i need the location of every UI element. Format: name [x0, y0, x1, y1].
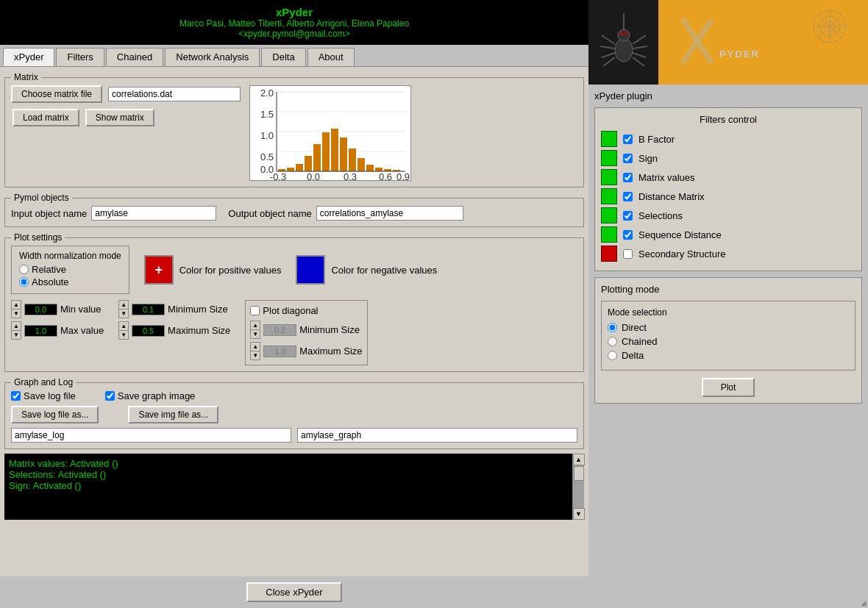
svg-rect-13 — [305, 156, 312, 171]
svg-rect-12 — [296, 164, 303, 171]
console-output: Matrix values: Activated () Selections: … — [4, 454, 572, 520]
filter-distance-matrix-checkbox[interactable] — [623, 192, 633, 201]
plotting-mode-title: Plotting mode — [601, 284, 855, 295]
max-value-down[interactable]: ▼ — [12, 331, 21, 339]
max-size-1-down[interactable]: ▼ — [119, 331, 128, 339]
min-value-input[interactable] — [24, 304, 57, 315]
negative-color-group: Color for negative values — [296, 255, 437, 285]
min-size-1-input[interactable] — [132, 304, 165, 315]
svg-rect-17 — [340, 137, 347, 171]
save-log-label: Save log file — [24, 390, 76, 401]
svg-line-36 — [600, 46, 615, 49]
resize-area: ◢ — [588, 409, 868, 608]
filter-secondary-structure-color — [601, 246, 617, 262]
max-value-input[interactable] — [24, 325, 57, 337]
save-log-button[interactable]: Save log file as... — [11, 406, 99, 423]
svg-rect-18 — [349, 149, 356, 171]
save-graph-checkbox[interactable] — [105, 391, 115, 401]
mode-chained-radio[interactable] — [608, 337, 617, 346]
load-matrix-button[interactable]: Load matrix — [13, 109, 79, 126]
show-matrix-button[interactable]: Show matrix — [85, 109, 154, 126]
output-object-input[interactable] — [316, 206, 463, 221]
scrollbar-down-btn[interactable]: ▼ — [573, 508, 585, 520]
svg-text:2.0: 2.0 — [260, 87, 274, 99]
save-img-button[interactable]: Save img file as... — [128, 406, 218, 423]
min-size-1-label: Minimum Size — [168, 304, 228, 315]
max-size-1-input[interactable] — [132, 325, 165, 337]
filter-sign: Sign — [601, 150, 855, 166]
max-size-2-label: Maximum Size — [299, 346, 362, 357]
tab-xpyder[interactable]: xPyder — [3, 48, 54, 66]
scrollbar-thumb[interactable] — [574, 466, 584, 481]
resize-corner[interactable]: ◢ — [861, 598, 867, 607]
logo-area: PYDER — [588, 0, 868, 85]
scrollbar-up-btn[interactable]: ▲ — [573, 454, 585, 465]
value-spinners: ▲ ▼ Min value ▲ ▼ Max v — [11, 300, 104, 340]
filter-sequence-distance: Sequence Distance — [601, 226, 855, 243]
min-size-1-up[interactable]: ▲ — [119, 301, 128, 310]
mode-chained-row: Chained — [608, 336, 849, 347]
filename-row — [11, 428, 577, 443]
graph-filename-input[interactable] — [297, 428, 577, 443]
size-spinners-2: ▲ ▼ Minimum Size ▲ ▼ — [250, 321, 362, 360]
min-size-2-down[interactable]: ▼ — [251, 330, 260, 338]
min-value-up[interactable]: ▲ — [12, 301, 21, 310]
svg-line-37 — [602, 53, 615, 57]
choose-matrix-button[interactable]: Choose matrix file — [11, 85, 102, 103]
max-size-2-down[interactable]: ▼ — [251, 351, 260, 360]
plot-settings-label: Plot settings — [11, 232, 65, 243]
max-size-2-up[interactable]: ▲ — [251, 343, 260, 351]
relative-radio[interactable] — [19, 265, 29, 274]
min-value-ctrl: ▲ ▼ — [11, 300, 21, 318]
left-panel: xPyder Marco Pasi, Matteo Tiberti, Alber… — [0, 0, 588, 608]
width-norm-title: Width normalization mode — [19, 251, 121, 261]
filter-selections-checkbox[interactable] — [623, 211, 633, 221]
console-line-1: Matrix values: Activated () — [9, 458, 568, 469]
max-size-1-ctrl: ▲ ▼ — [118, 321, 129, 340]
save-log-checkbox[interactable] — [11, 391, 21, 401]
max-value-up[interactable]: ▲ — [12, 322, 21, 331]
close-button[interactable]: Close xPyder — [246, 582, 341, 602]
right-panel: PYDER x — [588, 0, 868, 608]
matrix-file-input[interactable] — [108, 87, 241, 101]
filter-matrix-values-checkbox[interactable] — [623, 173, 633, 182]
mode-direct-radio[interactable] — [608, 323, 617, 332]
min-size-1-down[interactable]: ▼ — [119, 310, 128, 318]
mode-direct-label: Direct — [622, 322, 647, 333]
svg-rect-14 — [313, 144, 321, 171]
min-size-2-up[interactable]: ▲ — [251, 321, 260, 330]
mode-delta-radio[interactable] — [608, 351, 617, 360]
max-size-1-up[interactable]: ▲ — [119, 322, 128, 331]
tab-delta[interactable]: Delta — [261, 48, 305, 66]
plugin-panel: xPyder plugin Filters control B Factor S… — [588, 85, 868, 409]
matrix-group-label: Matrix — [11, 72, 41, 82]
log-filename-input[interactable] — [11, 428, 291, 443]
tab-filters[interactable]: Filters — [56, 48, 104, 66]
plot-diagonal-checkbox[interactable] — [250, 306, 260, 315]
filter-distance-matrix-label: Distance Matrix — [638, 191, 705, 202]
save-log-item: Save log file — [11, 390, 76, 401]
max-size-2-input[interactable] — [263, 346, 296, 357]
save-graph-label: Save graph image — [118, 390, 196, 401]
plot-btn-container: Plot — [601, 378, 855, 397]
absolute-label: Absolute — [32, 276, 69, 287]
negative-color-box[interactable] — [296, 255, 325, 285]
console-scrollbar[interactable]: ▲ ▼ — [572, 454, 584, 520]
tab-chained[interactable]: Chained — [106, 48, 163, 66]
absolute-radio[interactable] — [19, 277, 29, 287]
svg-point-31 — [615, 38, 633, 62]
mode-delta-label: Delta — [622, 350, 644, 361]
min-value-down[interactable]: ▼ — [12, 310, 21, 318]
input-object-input[interactable] — [91, 206, 216, 221]
relative-label: Relative — [32, 264, 66, 275]
min-size-2-input[interactable] — [263, 324, 296, 336]
console-wrapper: Matrix values: Activated () Selections: … — [4, 454, 584, 520]
plot-button[interactable]: Plot — [702, 378, 755, 397]
filter-secondary-structure-checkbox[interactable] — [623, 249, 633, 259]
tab-network-analysis[interactable]: Network Analysis — [165, 48, 260, 66]
tab-about[interactable]: About — [307, 48, 355, 66]
positive-color-box[interactable]: + — [144, 255, 174, 285]
filter-b-factor-checkbox[interactable] — [623, 135, 633, 144]
filter-sign-checkbox[interactable] — [623, 154, 633, 163]
filter-sequence-distance-checkbox[interactable] — [623, 230, 633, 240]
